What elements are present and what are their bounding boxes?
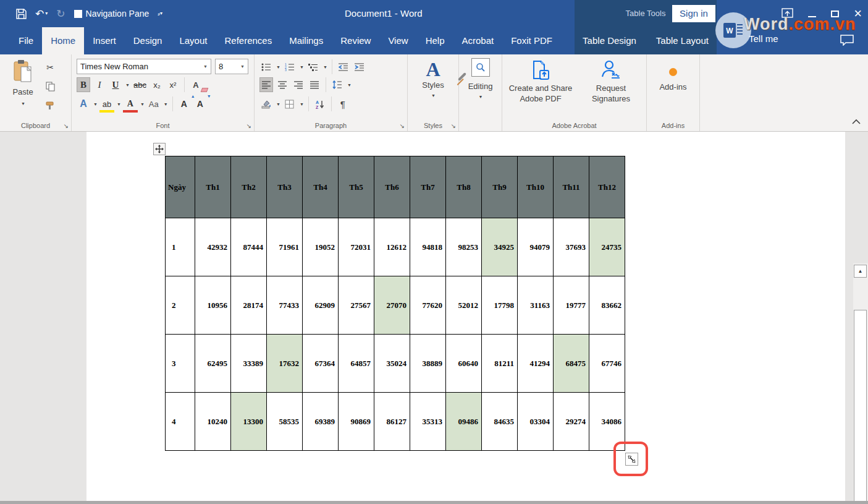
styles-dialog-launcher[interactable]: ↘	[451, 122, 456, 129]
table-value-cell[interactable]: 94818	[410, 218, 446, 276]
table-header-cell[interactable]: Ngày	[166, 156, 195, 218]
cut-icon[interactable]: ✂	[43, 61, 57, 74]
table-value-cell[interactable]: 12612	[374, 218, 410, 276]
chevron-down-icon[interactable]: ▼	[300, 102, 304, 106]
clipboard-dialog-launcher[interactable]: ↘	[64, 122, 69, 129]
italic-button[interactable]: I	[93, 77, 106, 92]
chevron-down-icon[interactable]: ▼	[203, 64, 208, 69]
table-value-cell[interactable]: 81211	[482, 335, 518, 393]
bold-button[interactable]: B	[77, 77, 90, 92]
chevron-down-icon[interactable]: ▼	[323, 65, 327, 69]
chevron-down-icon[interactable]: ▼	[117, 102, 121, 106]
chevron-down-icon[interactable]: ▼	[140, 102, 145, 106]
table-value-cell[interactable]: 42932	[195, 218, 231, 276]
table-header-cell[interactable]: Th8	[446, 156, 482, 218]
table-value-cell[interactable]: 34925	[482, 218, 518, 276]
table-day-cell[interactable]: 1	[166, 218, 195, 276]
highlight-button[interactable]: ab	[100, 96, 114, 111]
redo-button[interactable]: ↻	[56, 9, 65, 19]
table-header-cell[interactable]: Th10	[518, 156, 554, 218]
chevron-down-icon[interactable]: ▼	[300, 65, 304, 69]
close-button[interactable]: ×	[854, 7, 862, 20]
table-move-handle[interactable]	[153, 143, 166, 155]
font-dialog-launcher[interactable]: ↘	[246, 122, 251, 129]
tab-home[interactable]: Home	[42, 27, 84, 54]
subscript-button[interactable]: x₂	[150, 77, 164, 92]
add-ins-button[interactable]: Add-ins	[647, 68, 699, 92]
table-value-cell[interactable]: 38889	[410, 335, 446, 393]
table-value-cell[interactable]: 27070	[374, 276, 410, 335]
qat-customize-button[interactable]: ⸗▾	[158, 11, 162, 17]
table-value-cell[interactable]: 03304	[518, 393, 554, 451]
table-value-cell[interactable]: 52012	[446, 276, 482, 335]
strikethrough-button[interactable]: abc	[132, 77, 148, 92]
navigation-pane-checkbox[interactable]: Navigation Pane	[74, 9, 150, 18]
vertical-scrollbar[interactable]: ▲	[853, 263, 868, 504]
increase-indent-icon[interactable]	[353, 60, 366, 74]
grow-font-button[interactable]: A▲	[177, 96, 191, 111]
table-value-cell[interactable]: 35313	[410, 393, 446, 451]
table-header-cell[interactable]: Th4	[303, 156, 339, 218]
table-header-cell[interactable]: Th11	[554, 156, 589, 218]
bullets-icon[interactable]	[259, 60, 273, 74]
table-day-cell[interactable]: 4	[166, 393, 195, 451]
table-value-cell[interactable]: 60640	[446, 335, 482, 393]
table-value-cell[interactable]: 62909	[303, 276, 339, 335]
table-value-cell[interactable]: 09486	[446, 393, 482, 451]
table-header-cell[interactable]: Th7	[410, 156, 446, 218]
tab-references[interactable]: References	[216, 27, 280, 54]
show-hide-marks-button[interactable]: ¶	[336, 97, 350, 111]
document-page[interactable]: NgàyTh1Th2Th3Th4Th5Th6Th7Th8Th9Th10Th11T…	[86, 132, 845, 501]
tab-file[interactable]: File	[10, 27, 42, 54]
table-value-cell[interactable]: 13300	[231, 393, 267, 451]
table-value-cell[interactable]: 69389	[303, 393, 339, 451]
table-value-cell[interactable]: 58535	[267, 393, 303, 451]
table-value-cell[interactable]: 67746	[589, 335, 625, 393]
styles-button[interactable]: A Styles ▼	[408, 58, 458, 99]
decrease-indent-icon[interactable]	[337, 60, 350, 74]
justify-button[interactable]	[308, 78, 321, 92]
editing-button[interactable]: Editing ▼	[459, 58, 502, 100]
table-value-cell[interactable]: 67364	[303, 335, 339, 393]
superscript-button[interactable]: x²	[166, 77, 180, 92]
scroll-up-button[interactable]: ▲	[854, 265, 867, 278]
checkbox-icon[interactable]	[74, 10, 82, 18]
chevron-down-icon[interactable]: ▼	[347, 83, 352, 87]
tab-view[interactable]: View	[379, 27, 416, 54]
tab-help[interactable]: Help	[417, 27, 453, 54]
paste-button[interactable]: Paste ▼	[7, 59, 38, 117]
align-left-button[interactable]	[259, 77, 273, 92]
tab-layout[interactable]: Layout	[171, 27, 216, 54]
table-value-cell[interactable]: 41294	[518, 335, 554, 393]
table-value-cell[interactable]: 94079	[518, 218, 554, 276]
table-value-cell[interactable]: 86127	[374, 393, 410, 451]
table-value-cell[interactable]: 28174	[231, 276, 267, 335]
shading-icon[interactable]	[259, 97, 273, 111]
table-value-cell[interactable]: 77620	[410, 276, 446, 335]
table-value-cell[interactable]: 19052	[303, 218, 339, 276]
table-value-cell[interactable]: 84635	[482, 393, 518, 451]
chevron-down-icon[interactable]: ▼	[276, 102, 280, 106]
table-value-cell[interactable]: 24735	[589, 218, 625, 276]
line-spacing-icon[interactable]	[331, 78, 344, 92]
font-size-combo[interactable]: 8▼	[215, 59, 248, 74]
chevron-down-icon[interactable]: ▼	[276, 65, 280, 69]
table-value-cell[interactable]: 64857	[339, 335, 374, 393]
tab-design[interactable]: Design	[125, 27, 171, 54]
table-value-cell[interactable]: 19777	[554, 276, 589, 335]
tab-insert[interactable]: Insert	[84, 27, 125, 54]
tab-review[interactable]: Review	[332, 27, 379, 54]
clear-formatting-button[interactable]: A	[189, 77, 203, 92]
table-value-cell[interactable]: 77433	[267, 276, 303, 335]
numbering-icon[interactable]: 123	[283, 60, 297, 74]
tab-acrobat[interactable]: Acrobat	[453, 27, 503, 54]
create-share-pdf-button[interactable]: Create and Share Adobe PDF	[506, 59, 575, 104]
table-value-cell[interactable]: 71961	[267, 218, 303, 276]
table-header-cell[interactable]: Th6	[374, 156, 410, 218]
table-header-cell[interactable]: Th9	[482, 156, 518, 218]
paragraph-dialog-launcher[interactable]: ↘	[400, 122, 405, 129]
sign-in-button[interactable]: Sign in	[672, 5, 715, 22]
tab-foxit-pdf[interactable]: Foxit PDF	[502, 27, 561, 54]
chevron-down-icon[interactable]: ▼	[240, 64, 245, 69]
table-value-cell[interactable]: 10956	[195, 276, 231, 335]
